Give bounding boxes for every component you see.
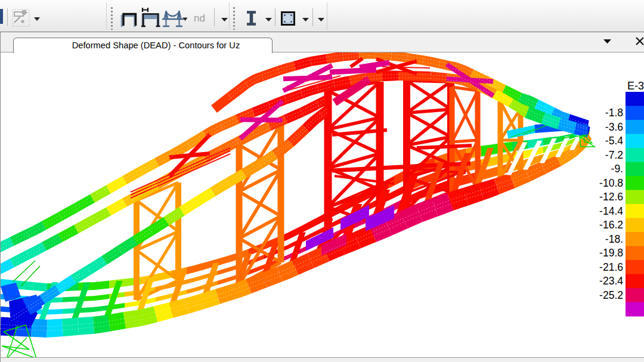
svg-text:-25.2: -25.2 — [599, 289, 623, 301]
svg-text:-14.4: -14.4 — [599, 205, 623, 217]
svg-text:-10.8: -10.8 — [599, 177, 623, 189]
svg-text:-3.6: -3.6 — [605, 121, 623, 133]
svg-text:-23.4: -23.4 — [599, 275, 623, 287]
svg-text:-16.2: -16.2 — [599, 219, 623, 231]
svg-text:-5.4: -5.4 — [605, 135, 623, 147]
svg-text:-12.6: -12.6 — [599, 191, 623, 203]
svg-text:-19.8: -19.8 — [599, 247, 623, 259]
svg-text:-18.: -18. — [605, 233, 623, 245]
svg-text:-21.6: -21.6 — [599, 261, 623, 273]
svg-text:-9.: -9. — [611, 163, 623, 175]
svg-text:-7.2: -7.2 — [605, 149, 623, 161]
svg-text:-1.8: -1.8 — [605, 107, 623, 119]
svg-text:E-3: E-3 — [627, 80, 644, 92]
